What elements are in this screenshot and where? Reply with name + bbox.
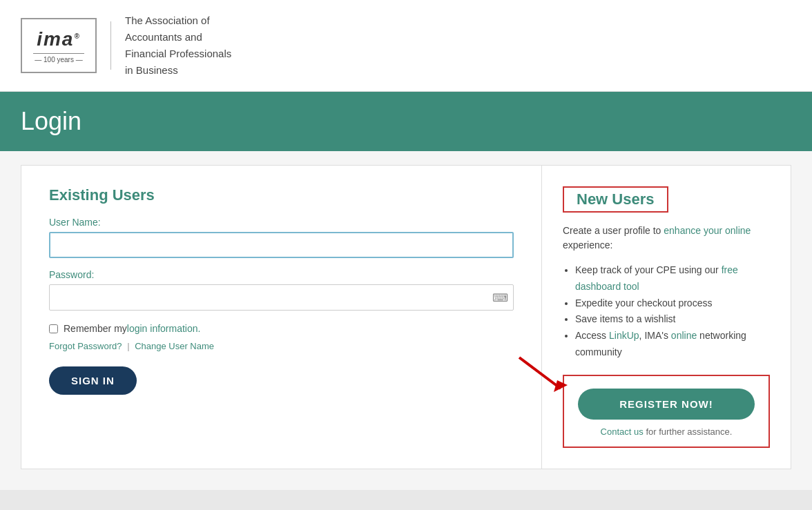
login-info-link[interactable]: login information. (127, 323, 201, 334)
register-now-button[interactable]: REGISTER NOW! (578, 389, 755, 420)
remember-me-checkbox[interactable] (49, 324, 58, 333)
keyboard-icon[interactable]: ⌨ (492, 291, 508, 304)
login-card: Existing Users User Name: Password: ⌨ Re… (21, 165, 791, 469)
remember-me-row: Remember my login information. (49, 323, 514, 334)
site-header: ima® — 100 years — The Association of Ac… (0, 0, 812, 92)
logo-brand: ima® (37, 28, 81, 50)
page-title: Login (21, 107, 791, 136)
forgot-password-link[interactable]: Forgot Password? (49, 341, 122, 351)
benefit-cpe: Keep track of your CPE using our free da… (575, 262, 770, 295)
enhance-link[interactable]: enhance your online (664, 225, 751, 236)
contact-text: Contact us for further assistance. (578, 426, 755, 437)
existing-users-title: Existing Users (49, 186, 514, 204)
benefit-checkout: Expedite your checkout process (575, 295, 770, 312)
username-label: User Name: (49, 217, 514, 228)
username-input[interactable] (49, 232, 514, 258)
new-users-section: New Users Create a user profile to enhan… (542, 166, 791, 469)
new-users-title: New Users (577, 190, 655, 208)
new-users-title-box: New Users (563, 186, 668, 213)
password-field-wrapper: ⌨ (49, 284, 514, 311)
password-input[interactable] (49, 284, 514, 311)
register-box: REGISTER NOW! Contact us for further ass… (563, 375, 770, 448)
dashboard-link[interactable]: free dashboard tool (575, 264, 738, 292)
logo-years: — 100 years — (33, 53, 84, 63)
online-link[interactable]: online (671, 330, 697, 341)
sign-in-button[interactable]: SIGN IN (49, 366, 137, 395)
svg-line-0 (519, 357, 561, 389)
ima-logo: ima® — 100 years — (21, 18, 97, 73)
password-label: Password: (49, 269, 514, 280)
header-tagline: The Association of Accountants and Finan… (125, 12, 231, 79)
contact-us-link[interactable]: Contact us (601, 426, 644, 437)
account-links: Forgot Password? | Change User Name (49, 341, 514, 351)
new-users-description: Create a user profile to enhance your on… (563, 224, 770, 253)
existing-users-section: Existing Users User Name: Password: ⌨ Re… (21, 166, 542, 469)
change-username-link[interactable]: Change User Name (135, 341, 214, 351)
svg-marker-1 (554, 380, 568, 392)
benefits-list: Keep track of your CPE using our free da… (563, 262, 770, 361)
linkup-link[interactable]: LinkUp (609, 330, 639, 341)
red-arrow-icon (516, 354, 571, 395)
header-divider (110, 21, 111, 70)
benefit-wishlist: Save items to a wishlist (575, 311, 770, 328)
main-content: Existing Users User Name: Password: ⌨ Re… (0, 151, 812, 490)
benefit-linkup: Access LinkUp, IMA's online networking c… (575, 328, 770, 361)
login-banner: Login (0, 92, 812, 151)
